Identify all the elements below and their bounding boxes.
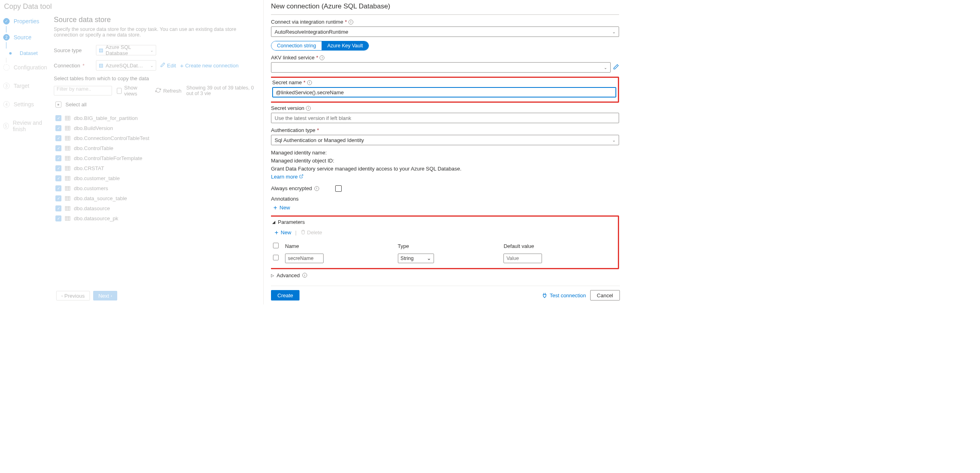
new-parameter-button[interactable]: + New — [275, 229, 291, 236]
create-new-connection-link[interactable]: + Create new connection — [180, 62, 238, 69]
svg-rect-40 — [65, 197, 70, 201]
connection-select[interactable]: ▤ AzureSQLDatabaseLinkedService ⌄ — [96, 60, 156, 71]
database-icon: ▤ — [99, 47, 103, 53]
table-row[interactable]: dbo.ConnectionControlTableTest — [54, 133, 259, 143]
table-icon — [65, 186, 70, 191]
svg-rect-0 — [65, 116, 70, 120]
ir-select[interactable]: AutoResolveIntegrationRuntime⌄ — [271, 26, 619, 37]
param-value-input[interactable] — [503, 254, 542, 263]
table-icon — [65, 176, 70, 181]
tab-connection-string[interactable]: Connection string — [271, 41, 322, 50]
table-row[interactable]: dbo.CRSTAT — [54, 163, 259, 173]
add-annotation-button[interactable]: + New — [271, 204, 619, 211]
step-target[interactable]: 3Target — [0, 81, 49, 91]
col-name: Name — [285, 241, 397, 251]
chevron-down-icon: ⌄ — [612, 30, 615, 34]
create-button[interactable]: Create — [271, 290, 300, 300]
param-type-select[interactable]: String⌄ — [398, 254, 434, 263]
main-title: Source data store — [54, 16, 259, 24]
cancel-button[interactable]: Cancel — [590, 290, 620, 300]
select-tables-label: Select tables from which to copy the dat… — [54, 75, 259, 81]
table-icon — [65, 126, 70, 130]
refresh-button[interactable]: Refresh — [155, 87, 181, 94]
info-icon[interactable]: i — [307, 80, 312, 85]
table-row[interactable]: dbo.customers — [54, 183, 259, 193]
step-review[interactable]: 5Review and finish — [0, 118, 49, 134]
wizard-steps: Properties 2Source Dataset Configuration… — [0, 16, 50, 305]
step-settings[interactable]: 4Settings — [0, 99, 49, 109]
refresh-icon — [155, 87, 161, 94]
caret-down-icon: ◢ — [272, 220, 275, 224]
table-icon — [65, 166, 70, 171]
table-row[interactable]: dbo.data_source_table — [54, 193, 259, 203]
svg-rect-20 — [65, 156, 70, 160]
panel-title: New connection (Azure SQL Database) — [271, 2, 620, 10]
svg-rect-45 — [65, 207, 70, 211]
param-name-input[interactable]: secreName — [285, 254, 324, 263]
source-type-label: Source type — [54, 47, 96, 53]
external-link-icon — [299, 174, 304, 180]
advanced-header[interactable]: ▷ Advanced i — [271, 272, 619, 278]
show-views-checkbox[interactable]: Show views — [117, 85, 145, 97]
secret-version-label: Secret versioni — [271, 105, 619, 111]
step-source[interactable]: 2Source — [0, 32, 49, 42]
learn-more-link[interactable]: Learn more — [271, 174, 304, 180]
table-row[interactable]: dbo.ControlTableForTemplate — [54, 153, 259, 163]
svg-rect-35 — [65, 187, 70, 191]
chevron-down-icon: ⌄ — [150, 48, 153, 53]
select-all-checkbox[interactable]: Select all — [54, 100, 259, 111]
database-icon: ▤ — [99, 63, 103, 68]
table-icon — [65, 136, 70, 140]
plus-icon: + — [273, 204, 277, 211]
highlight-parameters: ◢ Parameters + New | Delete — [271, 215, 619, 269]
table-row[interactable]: dbo.BuildVersion — [54, 123, 259, 133]
table-icon — [65, 196, 70, 201]
table-row[interactable]: dbo.ControlTable — [54, 143, 259, 153]
source-type-select[interactable]: ▤ Azure SQL Database ⌄ — [96, 45, 156, 55]
chevron-down-icon: ⌄ — [604, 65, 607, 70]
plus-icon: + — [180, 62, 183, 69]
info-icon[interactable]: i — [314, 186, 319, 191]
secret-name-input[interactable]: @linkedService().secreName — [272, 87, 616, 97]
pencil-icon[interactable] — [613, 64, 619, 71]
table-row[interactable]: dbo.BIG_table_for_partition — [54, 113, 259, 123]
param-row-checkbox[interactable] — [273, 255, 279, 260]
svg-rect-10 — [65, 136, 70, 140]
col-default: Default value — [503, 241, 615, 251]
akv-select[interactable]: ⌄ — [271, 62, 611, 73]
chevron-right-icon: › — [111, 294, 112, 298]
step-properties[interactable]: Properties — [0, 16, 49, 26]
mi-name-text: Managed identity name: — [271, 149, 619, 156]
filter-input[interactable]: Filter by name.. — [54, 86, 112, 95]
pencil-icon — [160, 62, 165, 69]
info-icon[interactable]: i — [306, 106, 311, 111]
table-count-status: Showing 39 out of 39 tables, 0 out of 3 … — [186, 85, 259, 96]
previous-button[interactable]: ‹Previous — [56, 291, 90, 300]
highlight-secret-name: Secret name*i @linkedService().secreName — [271, 77, 619, 103]
info-icon[interactable]: i — [320, 55, 324, 60]
step-configuration[interactable]: Configuration — [0, 63, 49, 72]
step-dataset[interactable]: Dataset — [0, 49, 49, 58]
svg-rect-25 — [65, 166, 70, 171]
parameters-header[interactable]: ◢ Parameters — [272, 219, 616, 225]
col-type: Type — [398, 241, 503, 251]
info-icon[interactable]: i — [348, 20, 353, 24]
info-icon[interactable]: i — [302, 273, 307, 278]
table-row[interactable]: dbo.customer_table — [54, 173, 259, 183]
edit-link[interactable]: Edit — [160, 62, 176, 69]
tab-azure-key-vault[interactable]: Azure Key Vault — [322, 41, 369, 50]
main-subtitle: Specify the source data store for the co… — [54, 26, 259, 38]
test-connection-button[interactable]: Test connection — [542, 292, 586, 298]
table-icon — [65, 216, 70, 221]
table-row[interactable]: dbo.datasource_pk — [54, 213, 259, 223]
auth-type-select[interactable]: Sql Authentication or Managed Identity⌄ — [271, 135, 619, 145]
secret-version-input[interactable] — [271, 113, 619, 123]
parameter-row: secreName String⌄ — [273, 252, 615, 265]
caret-right-icon: ▷ — [271, 273, 274, 278]
always-encrypted-checkbox[interactable] — [335, 185, 342, 192]
chevron-left-icon: ‹ — [61, 294, 63, 298]
next-button[interactable]: Next› — [93, 291, 117, 300]
select-all-params-checkbox[interactable] — [273, 243, 279, 248]
mi-grant-text: Grant Data Factory service managed ident… — [271, 165, 619, 173]
table-row[interactable]: dbo.datasource — [54, 203, 259, 213]
